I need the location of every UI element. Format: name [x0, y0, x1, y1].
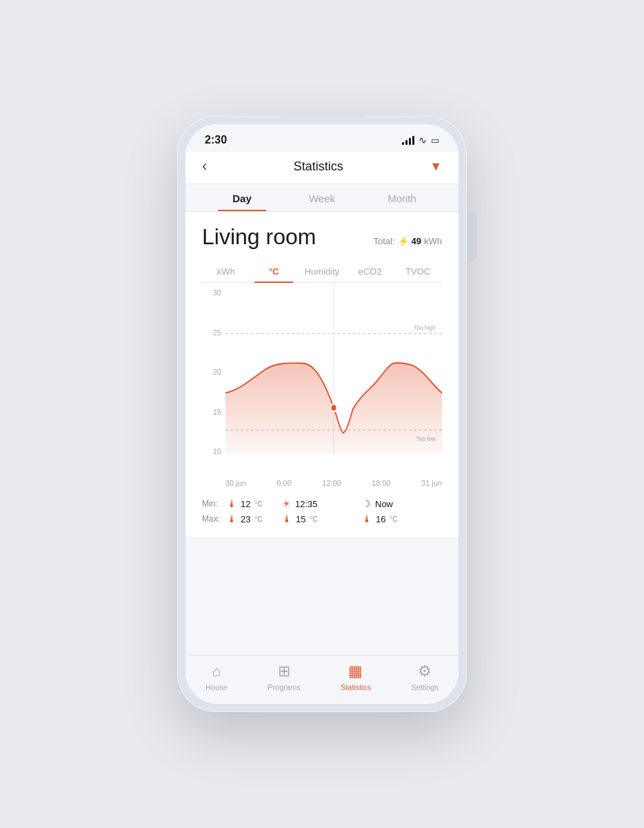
y-label-20: 20	[202, 368, 221, 376]
temperature-chart: 30 25 20 15 10	[202, 283, 442, 476]
stat-sun: ☀ 12:35 🌡 15 °C	[282, 498, 362, 529]
too-high-text: Too high	[414, 324, 435, 331]
now-unit: °C	[390, 515, 397, 523]
tab-month[interactable]: Month	[362, 184, 442, 211]
room-name: Living room	[202, 224, 316, 250]
data-point	[330, 404, 336, 412]
min-value: 12	[241, 499, 250, 509]
stat-minmax: Min: 🌡 12 °C Max: 🌡 23 °C	[202, 498, 282, 529]
status-time: 2:30	[205, 134, 227, 146]
thermometer-icon-4: 🌡	[362, 513, 372, 524]
tab-week[interactable]: Week	[282, 184, 362, 211]
metric-tabs: kWh °C Humidity eCO2 TVOC	[202, 261, 442, 283]
x-label-1: 6:00	[276, 479, 291, 487]
metric-tab-eco2[interactable]: eCO2	[346, 261, 394, 282]
x-label-3: 18:00	[372, 479, 391, 487]
x-label-4: 31 jun	[421, 479, 442, 487]
sun-temp: 15	[296, 514, 305, 524]
settings-icon: ⚙	[418, 662, 432, 680]
nav-statistics[interactable]: ▦ Statistics	[341, 662, 371, 691]
metric-tab-kwh[interactable]: kWh	[202, 261, 250, 282]
thermometer-icon-2: 🌡	[227, 513, 237, 524]
period-tabs: Day Week Month	[185, 184, 459, 212]
bottom-nav: ⌂ House ⊞ Programs ▦ Statistics ⚙ Settin…	[185, 655, 459, 704]
total-unit: kWh	[424, 236, 442, 246]
phone-frame: 2:30 ∿ ▭ ‹ Statistics ▼ Day	[177, 116, 467, 712]
total-label: Total:	[373, 236, 394, 246]
sun-temp-unit: °C	[310, 515, 317, 523]
nav-settings[interactable]: ⚙ Settings	[411, 662, 439, 691]
metric-tab-celsius[interactable]: °C	[250, 261, 299, 282]
min-unit: °C	[254, 500, 262, 508]
x-label-2: 12:00	[322, 479, 341, 487]
nav-statistics-label: Statistics	[341, 683, 371, 691]
stat-now-temp: 🌡 16 °C	[362, 513, 442, 524]
now-label: Now	[375, 499, 393, 509]
nav-settings-label: Settings	[411, 683, 439, 691]
max-value: 23	[241, 514, 250, 524]
y-label-30: 30	[202, 288, 221, 297]
main-content: Living room Total: ⚡ 49 kWh kWh °C Humid…	[185, 212, 459, 537]
page-title: Statistics	[294, 159, 343, 174]
status-icons: ∿ ▭	[402, 135, 439, 146]
nav-programs-label: Programs	[268, 683, 301, 691]
sun-icon: ☀	[282, 498, 291, 509]
stat-sun-temp: 🌡 15 °C	[282, 513, 362, 524]
y-label-15: 15	[202, 408, 221, 416]
stat-max-row: Max: 🌡 23 °C	[202, 513, 282, 524]
programs-icon: ⊞	[278, 662, 290, 680]
nav-house[interactable]: ⌂ House	[205, 662, 228, 691]
thermometer-icon: 🌡	[227, 498, 237, 509]
now-value: 16	[376, 514, 385, 524]
house-icon: ⌂	[212, 662, 221, 680]
tabs-row: Day Week Month	[185, 184, 459, 211]
status-bar: 2:30 ∿ ▭	[185, 124, 459, 152]
stat-min-row: Min: 🌡 12 °C	[202, 498, 282, 509]
bolt-icon: ⚡	[398, 236, 409, 246]
x-label-0: 30 jun	[225, 479, 246, 487]
back-button[interactable]: ‹	[202, 157, 207, 175]
metric-tab-humidity[interactable]: Humidity	[298, 261, 346, 282]
moon-icon: ☽	[362, 498, 371, 509]
stat-now: ☽ Now 🌡 16 °C	[362, 498, 442, 529]
room-header: Living room Total: ⚡ 49 kWh	[202, 224, 442, 250]
statistics-icon: ▦	[348, 662, 363, 680]
y-axis-labels: 30 25 20 15 10	[202, 283, 221, 476]
stat-sun-time: ☀ 12:35	[282, 498, 362, 509]
y-label-10: 10	[202, 447, 221, 455]
filter-icon[interactable]: ▼	[430, 159, 442, 174]
wifi-icon: ∿	[419, 135, 427, 146]
min-label: Min:	[202, 499, 223, 509]
tab-day[interactable]: Day	[202, 184, 282, 211]
total-info: Total: ⚡ 49 kWh	[373, 236, 442, 246]
x-axis-labels: 30 jun 6:00 12:00 18:00 31 jun	[202, 476, 442, 487]
nav-house-label: House	[205, 683, 228, 691]
chart-svg-container: Too high Too low	[225, 283, 442, 476]
app-header: ‹ Statistics ▼	[185, 152, 459, 184]
stats-summary: Min: 🌡 12 °C Max: 🌡 23 °C ☀	[202, 487, 442, 537]
max-unit: °C	[254, 515, 262, 523]
stat-now-label: ☽ Now	[362, 498, 442, 509]
y-label-25: 25	[202, 328, 221, 337]
phone-screen: 2:30 ∿ ▭ ‹ Statistics ▼ Day	[185, 124, 459, 704]
nav-programs[interactable]: ⊞ Programs	[268, 662, 301, 691]
battery-icon: ▭	[431, 135, 439, 146]
max-label: Max:	[202, 514, 223, 524]
thermometer-icon-3: 🌡	[282, 513, 292, 524]
sun-time: 12:35	[295, 499, 318, 509]
total-value: 49	[412, 236, 421, 246]
metric-tab-tvoc[interactable]: TVOC	[394, 261, 442, 282]
chart-svg: Too high Too low	[225, 283, 442, 476]
signal-icon	[402, 135, 414, 145]
